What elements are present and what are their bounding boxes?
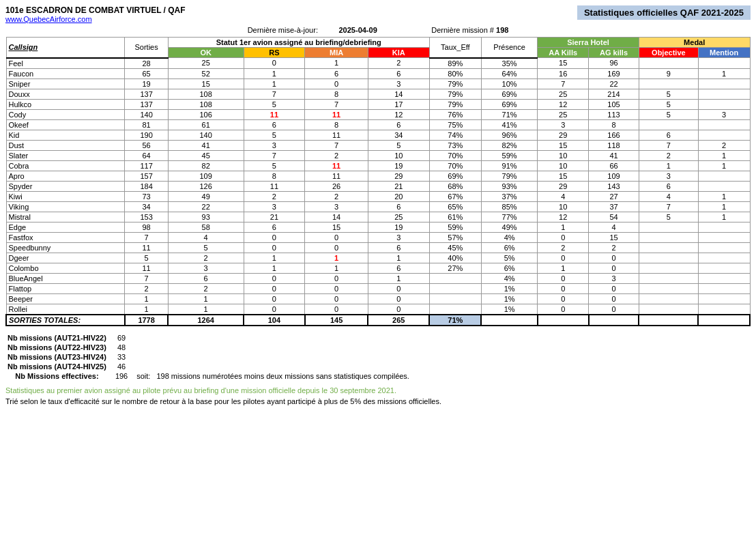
- cell-ok: 1: [168, 304, 244, 315]
- header-kia: KIA: [368, 48, 429, 58]
- totals-rs: 104: [244, 315, 305, 326]
- cell-taux-eff: 74%: [429, 130, 481, 140]
- cell-kia: 0: [368, 304, 429, 315]
- cell-kia: 20: [368, 191, 429, 201]
- cell-ok: 25: [168, 58, 244, 69]
- cell-callsign: Speedbunny: [6, 242, 125, 253]
- cell-ok: 93: [168, 212, 244, 222]
- cell-rs: 5: [244, 160, 305, 171]
- cell-presence: 96%: [481, 130, 537, 140]
- header-callsign: Callsign: [6, 38, 125, 58]
- cell-taux-eff: 57%: [429, 232, 481, 242]
- cell-objective: [639, 232, 698, 242]
- cell-callsign: Colombo: [6, 263, 125, 273]
- cell-mention: [698, 171, 750, 181]
- cell-rs: 0: [244, 242, 305, 253]
- cell-ag-kills: 37: [589, 201, 639, 212]
- table-row: Cobra117825111970%91%106611: [6, 160, 750, 171]
- cell-mention: [698, 232, 750, 242]
- cell-presence: 37%: [481, 191, 537, 201]
- cell-kia: 1: [368, 273, 429, 283]
- header-medal-group: Medal: [639, 38, 750, 48]
- cell-ag-kills: 4: [589, 222, 639, 232]
- cell-mia: 11: [305, 130, 368, 140]
- cell-mia: 8: [305, 89, 368, 99]
- cell-ag-kills: 118: [589, 140, 639, 150]
- cell-ok: 58: [168, 222, 244, 232]
- cell-ag-kills: 27: [589, 191, 639, 201]
- cell-ok: 140: [168, 130, 244, 140]
- header-ok: OK: [168, 48, 244, 58]
- mission-label: Nb Missions effectives:: [5, 371, 113, 381]
- cell-mention: [698, 119, 750, 130]
- cell-kia: 19: [368, 160, 429, 171]
- cell-rs: 3: [244, 201, 305, 212]
- cell-ok: 45: [168, 150, 244, 160]
- cell-callsign: Flattop: [6, 283, 125, 293]
- cell-objective: 4: [639, 191, 698, 201]
- cell-callsign: Kid: [6, 130, 125, 140]
- cell-objective: 1: [639, 160, 698, 171]
- cell-ok: 4: [168, 232, 244, 242]
- cell-objective: [639, 273, 698, 283]
- cell-mention: 1: [698, 212, 750, 222]
- cell-ag-kills: 214: [589, 89, 639, 99]
- mission-label: Nb missions (AUT22-HIV23): [5, 343, 113, 352]
- org-link[interactable]: www.QuebecAirforce.com: [5, 15, 186, 23]
- table-row: Beeper110001%00: [6, 293, 750, 304]
- cell-ok: 1: [168, 293, 244, 304]
- cell-ag-kills: 0: [589, 293, 639, 304]
- stats-table: Callsign Sorties Statut 1er avion assign…: [5, 37, 751, 326]
- mission-label: Nb missions (AUT24-HIV25): [5, 362, 113, 371]
- cell-total: 7: [125, 273, 168, 283]
- cell-total: 2: [125, 283, 168, 293]
- table-row: Fastfox7400357%4%015: [6, 232, 750, 242]
- cell-kia: 21: [368, 181, 429, 191]
- table-row: BlueAngel760014%03: [6, 273, 750, 283]
- mission-row: Nb Missions effectives:196soit:198 missi…: [5, 371, 411, 381]
- table-row: Spyder18412611262168%93%291436: [6, 181, 750, 191]
- cell-kia: 10: [368, 150, 429, 160]
- cell-mia: 11: [305, 109, 368, 119]
- cell-aa-kills: 12: [538, 212, 589, 222]
- cell-mia: 15: [305, 222, 368, 232]
- cell-ok: 61: [168, 119, 244, 130]
- cell-objective: 6: [639, 181, 698, 191]
- cell-aa-kills: 29: [538, 181, 589, 191]
- cell-callsign: Douxx: [6, 89, 125, 99]
- cell-ok: 106: [168, 109, 244, 119]
- cell-rs: 0: [244, 283, 305, 293]
- cell-rs: 0: [244, 58, 305, 69]
- mission-label: Nb missions (AUT23-HIV24): [5, 352, 113, 362]
- cell-total: 98: [125, 222, 168, 232]
- cell-callsign: Hulkco: [6, 99, 125, 109]
- header-presence: Présence: [481, 38, 537, 58]
- cell-presence: 85%: [481, 201, 537, 212]
- cell-ok: 3: [168, 263, 244, 273]
- cell-mention: [698, 253, 750, 263]
- totals-ok: 1264: [168, 315, 244, 326]
- cell-mia: 1: [305, 253, 368, 263]
- cell-presence: 1%: [481, 304, 537, 315]
- cell-taux-eff: 70%: [429, 150, 481, 160]
- cell-total: 65: [125, 68, 168, 78]
- table-row: Rollei110001%00: [6, 304, 750, 315]
- mission-value: 33: [113, 352, 134, 362]
- last-mission-num: 198: [496, 26, 508, 34]
- cell-mention: [698, 89, 750, 99]
- cell-rs: 0: [244, 273, 305, 283]
- cell-total: 73: [125, 191, 168, 201]
- cell-callsign: Rollei: [6, 304, 125, 315]
- totals-mention: [698, 315, 750, 326]
- cell-ag-kills: 2: [589, 242, 639, 253]
- cell-total: 1: [125, 304, 168, 315]
- cell-rs: 8: [244, 171, 305, 181]
- footer-sort-note: Trié selon le taux d'efficacité sur le n…: [5, 397, 751, 405]
- cell-presence: 59%: [481, 150, 537, 160]
- cell-taux-eff: 89%: [429, 58, 481, 69]
- table-row: Dgeer5211140%5%00: [6, 253, 750, 263]
- cell-rs: 7: [244, 150, 305, 160]
- cell-aa-kills: 1: [538, 222, 589, 232]
- cell-callsign: Sniper: [6, 78, 125, 89]
- cell-mia: 2: [305, 191, 368, 201]
